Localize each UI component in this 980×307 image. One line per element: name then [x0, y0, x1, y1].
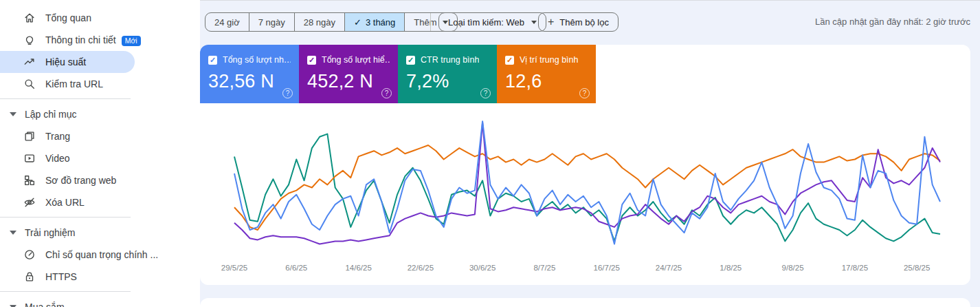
sidebar-item-video[interactable]: Video	[0, 147, 199, 169]
sidebar-item-label: Thông tin chi tiết	[45, 34, 116, 45]
x-axis-label: 29/5/25	[221, 264, 247, 272]
series-line-ctr	[234, 134, 940, 242]
x-axis-label: 8/7/25	[533, 264, 555, 272]
sidebar-item-label: Chỉ số quan trọng chính ...	[45, 249, 158, 260]
sidebar-item-label: Trang	[45, 131, 70, 142]
eye-off-icon	[23, 196, 36, 209]
sidebar-item-label: Kiểm tra URL	[45, 78, 103, 89]
clicks-metric-tile[interactable]: ✓ Tổng số lượt nh… 32,56 N ?	[200, 45, 299, 103]
sidebar-item-label: Tổng quan	[45, 12, 91, 23]
x-axis-label: 17/8/25	[842, 264, 868, 272]
last-updated-text: Lần cập nhật gần đây nhất: 2 giờ trước	[815, 17, 970, 27]
x-axis-label: 6/6/25	[285, 264, 307, 272]
sidebar-item-label: Sơ đồ trang web	[45, 175, 116, 186]
sidebar-item-insights[interactable]: Thông tin chi tiếtMới	[0, 29, 199, 51]
checkbox-checked-icon[interactable]: ✓	[505, 56, 514, 65]
series-line-clicks	[234, 121, 940, 244]
x-axis-label: 24/7/25	[656, 264, 682, 272]
x-axis-label: 9/8/25	[782, 264, 804, 272]
checkbox-checked-icon[interactable]: ✓	[307, 56, 316, 65]
metric-label: CTR trung bình	[421, 55, 479, 65]
sidebar-item-core-web-vitals[interactable]: Chỉ số quan trọng chính ...	[0, 244, 199, 266]
next-card-top-edge	[200, 298, 970, 307]
x-axis-label: 25/8/25	[904, 264, 930, 272]
metric-label: Tổng số lượt hiể…	[322, 55, 390, 65]
video-icon	[23, 152, 36, 165]
metric-label: Tổng số lượt nh…	[223, 55, 291, 65]
x-axis-label: 16/7/25	[594, 264, 620, 272]
range-3m-button[interactable]: ✓3 tháng	[344, 13, 404, 31]
range-7d-button[interactable]: 7 ngày	[249, 13, 294, 31]
impressions-metric-tile[interactable]: ✓ Tổng số lượt hiể… 452,2 N ?	[299, 45, 398, 103]
trending-up-icon	[23, 56, 36, 68]
x-axis-label: 14/6/25	[345, 264, 371, 272]
sitemap-icon	[23, 174, 36, 187]
sidebar-divider	[0, 217, 131, 218]
x-axis-label: 1/8/25	[720, 264, 742, 272]
sidebar-item-label: Xóa URL	[45, 197, 85, 208]
check-icon: ✓	[354, 17, 361, 28]
sidebar-section-indexing[interactable]: Lập chỉ mục	[0, 103, 199, 125]
sidebar-item-removals[interactable]: Xóa URL	[0, 191, 199, 213]
help-icon[interactable]: ?	[381, 88, 392, 98]
search-icon	[23, 78, 36, 90]
header-divider-line	[200, 0, 980, 1]
metric-value: 452,2 N	[307, 71, 390, 92]
chevron-down-icon	[531, 21, 537, 24]
new-badge: Mới	[122, 36, 141, 46]
toolbar-divider	[430, 13, 431, 31]
help-icon[interactable]: ?	[579, 88, 590, 98]
chevron-down-icon	[10, 231, 16, 235]
sidebar-item-https[interactable]: HTTPS	[0, 266, 199, 288]
sidebar-section-label: Lập chỉ mục	[25, 109, 76, 120]
lock-icon	[23, 271, 36, 283]
metric-label: Vị trí trung bình	[520, 55, 578, 65]
gauge-icon	[23, 248, 36, 261]
checkbox-checked-icon[interactable]: ✓	[208, 56, 217, 65]
pages-icon	[23, 130, 36, 142]
metric-value: 12,6	[505, 71, 588, 92]
lightbulb-icon	[23, 34, 36, 46]
x-axis-label: 30/6/25	[469, 264, 495, 272]
plus-icon: +	[548, 17, 554, 28]
sidebar-section-shopping[interactable]: Mua sắm	[0, 296, 199, 307]
sidebar-item-performance[interactable]: Hiệu suất	[0, 51, 135, 73]
sidebar-section-label: Trải nghiệm	[25, 227, 75, 238]
sidebar-item-sitemaps[interactable]: Sơ đồ trang web	[0, 169, 199, 191]
sidebar-item-url-inspection[interactable]: Kiểm tra URL	[0, 73, 199, 95]
search-type-filter-button[interactable]: Loại tìm kiếm: Web	[438, 12, 546, 32]
metric-tiles: ✓ Tổng số lượt nh… 32,56 N ? ✓ Tổng số l…	[200, 45, 596, 103]
sidebar-item-label: HTTPS	[45, 271, 77, 282]
x-axis-label: 22/6/25	[408, 264, 434, 272]
sidebar: Tổng quan Thông tin chi tiếtMới Hiệu suấ…	[0, 0, 200, 307]
sidebar-item-pages[interactable]: Trang	[0, 125, 199, 147]
range-28d-button[interactable]: 28 ngày	[294, 13, 344, 31]
home-icon	[23, 12, 36, 24]
metric-value: 7,2%	[406, 71, 489, 92]
checkbox-checked-icon[interactable]: ✓	[406, 56, 415, 65]
sidebar-divider	[0, 98, 131, 99]
help-icon[interactable]: ?	[282, 88, 293, 98]
series-line-position	[234, 145, 940, 230]
range-24h-button[interactable]: 24 giờ	[205, 13, 249, 31]
sidebar-item-label: Video	[45, 153, 70, 164]
ctr-metric-tile[interactable]: ✓ CTR trung bình 7,2% ?	[398, 45, 497, 103]
add-filter-button[interactable]: + Thêm bộ lọc	[538, 12, 619, 32]
sidebar-section-experience[interactable]: Trải nghiệm	[0, 222, 199, 244]
metric-value: 32,56 N	[208, 71, 291, 92]
sidebar-divider	[0, 291, 131, 292]
series-line-impressions	[234, 123, 940, 244]
sidebar-section-label: Mua sắm	[25, 301, 65, 307]
help-icon[interactable]: ?	[480, 88, 491, 98]
chevron-down-icon	[10, 112, 16, 116]
sidebar-item-label: Hiệu suất	[45, 56, 86, 67]
performance-card: 29/5/256/6/2514/6/2522/6/2530/6/258/7/25…	[200, 45, 970, 285]
position-metric-tile[interactable]: ✓ Vị trí trung bình 12,6 ?	[497, 45, 596, 103]
date-range-selector: 24 giờ 7 ngày 28 ngày ✓3 tháng Thêm	[205, 12, 458, 32]
sidebar-item-overview[interactable]: Tổng quan	[0, 7, 199, 29]
